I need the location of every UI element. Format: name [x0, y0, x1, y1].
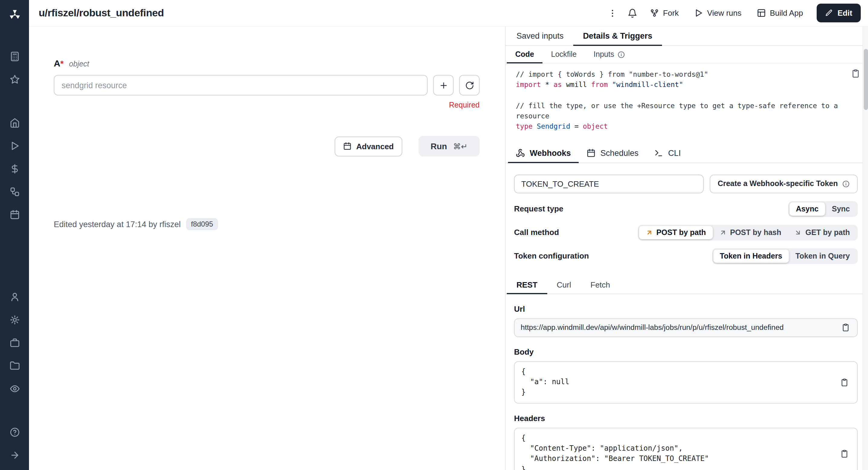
folder-icon — [9, 361, 20, 371]
request-type-toggle: Async Sync — [788, 201, 858, 217]
webhook-headers-value: { "Content-Type": "application/json", "A… — [521, 433, 832, 470]
calendar-icon — [343, 142, 351, 150]
call-method-post-by-hash-label: POST by hash — [730, 228, 781, 237]
content: A * object Required — [29, 27, 868, 470]
tab-schedules-label: Schedules — [600, 148, 639, 157]
dollar-icon — [9, 163, 20, 174]
call-method-label: Call method — [514, 228, 559, 237]
tab-schedules[interactable]: Schedules — [579, 144, 646, 163]
tab-rest[interactable]: REST — [507, 276, 547, 294]
resource-input[interactable] — [54, 75, 428, 95]
copy-code-button[interactable] — [851, 69, 860, 78]
tab-details-triggers[interactable]: Details & Triggers — [573, 27, 662, 46]
tab-saved-inputs[interactable]: Saved inputs — [507, 27, 573, 46]
call-method-row: Call method POST by path POST by hash — [505, 224, 868, 240]
edit-button[interactable]: Edit — [817, 4, 861, 22]
copy-icon — [841, 323, 850, 332]
tab-cli[interactable]: CLI — [646, 144, 689, 163]
advanced-button[interactable]: Advanced — [334, 136, 402, 156]
windmill-logo[interactable] — [0, 0, 29, 29]
tab-inputs-label: Inputs — [593, 50, 614, 59]
vertical-scrollbar[interactable] — [863, 27, 868, 470]
bell-icon — [627, 8, 637, 18]
sidebar-item-variables[interactable] — [0, 157, 29, 180]
windmill-logo-icon — [8, 8, 21, 21]
fork-button[interactable]: Fork — [643, 4, 685, 22]
add-resource-button[interactable] — [433, 75, 454, 95]
webhook-token-input[interactable] — [514, 174, 704, 193]
sidebar-item-flows[interactable] — [0, 180, 29, 203]
plus-icon — [439, 81, 448, 90]
page-title: u/rfiszel/robust_undefined — [39, 7, 164, 19]
field-type: object — [69, 60, 89, 68]
sidebar-item-settings[interactable] — [0, 308, 29, 331]
url-section: Url https://app.windmill.dev/api/w/windm… — [505, 294, 868, 337]
scrollbar-thumb[interactable] — [864, 49, 868, 110]
copy-icon — [840, 450, 849, 458]
webhook-body-box: { "a": null } — [514, 361, 858, 403]
token-configuration-toggle: Token in Headers Token in Query — [712, 248, 858, 264]
sidebar-expand-button[interactable] — [0, 443, 29, 466]
tab-lockfile[interactable]: Lockfile — [543, 46, 585, 63]
star-icon — [9, 74, 20, 84]
version-hash-badge[interactable]: f8d095 — [186, 218, 218, 230]
calculator-icon — [9, 51, 20, 61]
call-method-toggle: POST by path POST by hash GET by path — [638, 224, 858, 240]
view-runs-button[interactable]: View runs — [687, 4, 748, 22]
webhook-body-value: { "a": null } — [521, 366, 832, 398]
sidebar-item-audit-logs[interactable] — [0, 377, 29, 400]
token-configuration-label: Token configuration — [514, 251, 589, 260]
tab-webhooks[interactable]: Webhooks — [508, 144, 579, 163]
copy-body-button[interactable] — [837, 374, 852, 390]
panel-tabs: Saved inputs Details & Triggers — [505, 27, 868, 46]
notifications-button[interactable] — [623, 4, 641, 22]
topbar-actions: Fork View runs Build App Edit — [603, 4, 861, 22]
token-in-headers[interactable]: Token in Headers — [713, 249, 789, 262]
request-type-sync[interactable]: Sync — [825, 202, 857, 215]
sidebar-item-users[interactable] — [0, 285, 29, 308]
call-method-post-by-hash[interactable]: POST by hash — [712, 226, 788, 239]
request-type-async[interactable]: Async — [789, 202, 825, 215]
sidebar-item-schedules[interactable] — [0, 203, 29, 226]
sidebar-item-apps[interactable] — [0, 45, 29, 68]
copy-headers-button[interactable] — [837, 446, 852, 462]
build-app-button[interactable]: Build App — [750, 4, 810, 22]
create-webhook-token-label: Create a Webhook-specific Token — [718, 180, 838, 188]
sidebar-item-home[interactable] — [0, 111, 29, 134]
tab-fetch[interactable]: Fetch — [581, 276, 620, 294]
sidebar-item-runs[interactable] — [0, 134, 29, 157]
run-button[interactable]: Run ⌘↵ — [418, 136, 479, 156]
calendar-icon — [9, 209, 20, 220]
webhook-url-value: https://app.windmill.dev/api/w/windmill-… — [521, 323, 838, 332]
url-label: Url — [514, 304, 858, 313]
webhook-headers-box: { "Content-Type": "application/json", "A… — [514, 428, 858, 470]
tab-code[interactable]: Code — [507, 46, 543, 63]
more-options-button[interactable] — [603, 4, 621, 22]
sidebar-item-help[interactable] — [0, 420, 29, 443]
sidebar-item-workers[interactable] — [0, 331, 29, 354]
request-type-row: Request type Async Sync — [505, 201, 868, 217]
tab-curl[interactable]: Curl — [547, 276, 581, 294]
build-app-button-label: Build App — [770, 8, 803, 18]
copy-icon — [840, 378, 849, 386]
sidebar-item-favorites[interactable] — [0, 68, 29, 91]
refresh-icon — [465, 81, 474, 90]
refresh-button[interactable] — [459, 75, 479, 95]
play-icon — [694, 8, 703, 18]
run-shortcut: ⌘↵ — [453, 142, 467, 151]
kebab-menu-icon — [607, 8, 617, 18]
body-label: Body — [514, 347, 858, 356]
terminal-icon — [654, 148, 663, 157]
call-method-post-by-path[interactable]: POST by path — [639, 226, 712, 239]
tab-inputs[interactable]: Inputs — [585, 46, 633, 63]
info-icon — [617, 51, 625, 58]
copy-url-button[interactable] — [838, 320, 854, 335]
copy-icon — [851, 69, 860, 78]
call-method-get-by-path[interactable]: GET by path — [788, 226, 857, 239]
sidebar-item-folders[interactable] — [0, 354, 29, 377]
edit-button-label: Edit — [837, 8, 852, 18]
briefcase-icon — [9, 337, 20, 348]
arrow-down-right-icon — [795, 229, 802, 236]
token-in-query[interactable]: Token in Query — [789, 249, 857, 262]
create-webhook-token-button[interactable]: Create a Webhook-specific Token — [710, 174, 858, 193]
